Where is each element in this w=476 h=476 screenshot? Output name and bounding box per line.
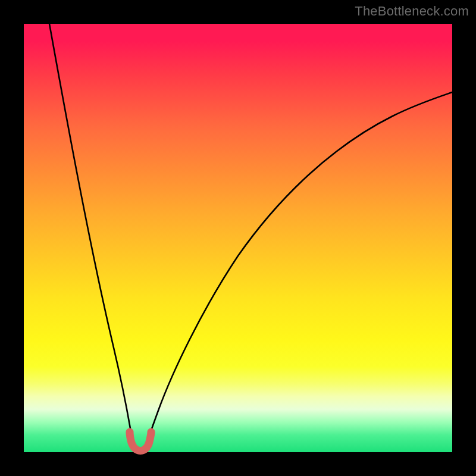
bottleneck-curve [24, 24, 452, 452]
curve-left-branch [49, 24, 134, 446]
plot-area [24, 24, 452, 452]
watermark-text: TheBottleneck.com [355, 4, 469, 19]
curve-right-branch [146, 92, 452, 446]
minimum-bump [130, 433, 151, 451]
chart-frame: TheBottleneck.com [0, 0, 476, 476]
minimum-bump-dot-left [126, 428, 134, 436]
minimum-bump-dot-right [148, 428, 155, 436]
